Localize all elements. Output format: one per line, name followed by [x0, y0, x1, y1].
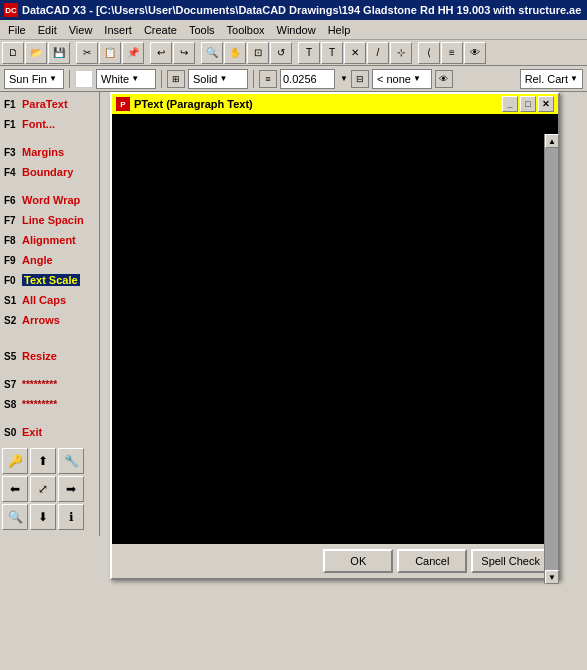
sidebar-item-textscale[interactable]: F0 Text Scale	[0, 270, 99, 290]
sidebar-divider-6	[0, 414, 99, 422]
mode-dropdown[interactable]: Rel. Cart ▼	[520, 69, 583, 89]
ptext-dialog: P PText (Paragraph Text) _ □ ✕ ▲ ▼ OK	[110, 92, 560, 580]
color-swatch	[75, 70, 93, 88]
spell-check-button[interactable]: Spell Check	[471, 549, 550, 573]
sb-icon-expand[interactable]: ⤢	[30, 476, 56, 502]
sb-icon-up[interactable]: ⬆	[30, 448, 56, 474]
scroll-track[interactable]	[545, 148, 558, 570]
sb-icon-tool[interactable]: 🔧	[58, 448, 84, 474]
scroll-up-button[interactable]: ▲	[545, 134, 559, 148]
sidebar-label-s8: *********	[22, 399, 57, 410]
dialog-controls: _ □ ✕	[502, 96, 554, 112]
menu-bar: File Edit View Insert Create Tools Toolb…	[0, 20, 587, 40]
dialog-minimize[interactable]: _	[502, 96, 518, 112]
tb-refresh[interactable]: ↺	[270, 42, 292, 64]
tb-snap[interactable]: ✕	[344, 42, 366, 64]
sidebar-item-exit[interactable]: S0 Exit	[0, 422, 99, 442]
sidebar-item-font[interactable]: F1 Font...	[0, 114, 99, 134]
menu-window[interactable]: Window	[271, 22, 322, 38]
color-dropdown[interactable]: White ▼	[96, 69, 156, 89]
tb-copy[interactable]: 📋	[99, 42, 121, 64]
tb-cut[interactable]: ✂	[76, 42, 98, 64]
sidebar-label-boundary: Boundary	[22, 166, 73, 178]
sb-icon-left[interactable]: ⬅	[2, 476, 28, 502]
symbol-label: < none	[377, 73, 411, 85]
sidebar-key-f6: F6	[4, 195, 22, 206]
ok-button[interactable]: OK	[323, 549, 393, 573]
linetype-arrow: ▼	[219, 74, 227, 83]
dialog-footer: OK Cancel Spell Check	[112, 544, 558, 578]
sb-icon-down[interactable]: ⬇	[30, 504, 56, 530]
symbol-dropdown[interactable]: < none ▼	[372, 69, 432, 89]
sidebar-item-alignment[interactable]: F8 Alignment	[0, 230, 99, 250]
tb-layers[interactable]: ≡	[441, 42, 463, 64]
sidebar-key-s8: S8	[4, 399, 22, 410]
tb-paste[interactable]: 📌	[122, 42, 144, 64]
lineweight-arrow[interactable]: ▼	[340, 74, 348, 83]
menu-tools[interactable]: Tools	[183, 22, 221, 38]
tb-undo[interactable]: ↩	[150, 42, 172, 64]
sidebar-key-f8: F8	[4, 235, 22, 246]
sidebar-item-allcaps[interactable]: S1 All Caps	[0, 290, 99, 310]
sidebar-item-resize[interactable]: S5 Resize	[0, 346, 99, 366]
menu-view[interactable]: View	[63, 22, 99, 38]
sidebar-divider-5	[0, 366, 99, 374]
tb-redo[interactable]: ↪	[173, 42, 195, 64]
lineweight-input[interactable]	[280, 69, 335, 89]
sidebar-item-angle[interactable]: F9 Angle	[0, 250, 99, 270]
sidebar-item-s8[interactable]: S8 *********	[0, 394, 99, 414]
tb-t2[interactable]: T	[321, 42, 343, 64]
tb-open[interactable]: 📂	[25, 42, 47, 64]
preset-dropdown[interactable]: Sun Fin ▼	[4, 69, 64, 89]
dialog-scrollbar: ▲ ▼	[544, 134, 558, 584]
tb-eye[interactable]: 👁	[464, 42, 486, 64]
scroll-down-button[interactable]: ▼	[545, 570, 559, 584]
menu-toolbox[interactable]: Toolbox	[221, 22, 271, 38]
sidebar-key-f1b: F1	[4, 119, 22, 130]
menu-help[interactable]: Help	[322, 22, 357, 38]
tb-t1[interactable]: T	[298, 42, 320, 64]
sidebar-key-s2: S2	[4, 315, 22, 326]
tb-zoom[interactable]: 🔍	[201, 42, 223, 64]
tb-grid[interactable]: /	[367, 42, 389, 64]
tb-new[interactable]: 🗋	[2, 42, 24, 64]
mode-arrow: ▼	[570, 74, 578, 83]
sidebar-item-boundary[interactable]: F4 Boundary	[0, 162, 99, 182]
sidebar-key-s1: S1	[4, 295, 22, 306]
linetype-value: Solid	[193, 73, 217, 85]
sb-icon-search[interactable]: 🔍	[2, 504, 28, 530]
tb-extents[interactable]: ⊡	[247, 42, 269, 64]
sidebar-divider-4	[0, 338, 99, 346]
sb-icon-key[interactable]: 🔑	[2, 448, 28, 474]
sidebar: F1 ParaText F1 Font... F3 Margins F4 Bou…	[0, 92, 100, 444]
tb-ortho[interactable]: ⊹	[390, 42, 412, 64]
sidebar-item-margins[interactable]: F3 Margins	[0, 142, 99, 162]
tb-pan[interactable]: ✋	[224, 42, 246, 64]
sidebar-item-linespacing[interactable]: F7 Line Spacin	[0, 210, 99, 230]
linetype-dropdown[interactable]: Solid ▼	[188, 69, 248, 89]
menu-edit[interactable]: Edit	[32, 22, 63, 38]
sidebar-key-f7: F7	[4, 215, 22, 226]
main-area: F1 ParaText F1 Font... F3 Margins F4 Bou…	[0, 92, 587, 670]
sidebar-item-arrows[interactable]: S2 Arrows	[0, 310, 99, 330]
sb-icon-info[interactable]: ℹ	[58, 504, 84, 530]
color-value: White	[101, 73, 129, 85]
sidebar-item-wordwrap[interactable]: F6 Word Wrap	[0, 190, 99, 210]
dialog-close[interactable]: ✕	[538, 96, 554, 112]
dialog-maximize[interactable]: □	[520, 96, 536, 112]
app-icon: DC	[4, 3, 18, 17]
sidebar-item-paratext[interactable]: F1 ParaText	[0, 94, 99, 114]
menu-file[interactable]: File	[2, 22, 32, 38]
menu-create[interactable]: Create	[138, 22, 183, 38]
cancel-button[interactable]: Cancel	[397, 549, 467, 573]
sidebar-divider-2	[0, 182, 99, 190]
title-bar: DC DataCAD X3 - [C:\Users\User\Documents…	[0, 0, 587, 20]
tb-prop[interactable]: ⟨	[418, 42, 440, 64]
menu-insert[interactable]: Insert	[98, 22, 138, 38]
dialog-titlebar: P PText (Paragraph Text) _ □ ✕	[112, 94, 558, 114]
sb-icon-right[interactable]: ➡	[58, 476, 84, 502]
tb-save[interactable]: 💾	[48, 42, 70, 64]
sidebar-label-resize: Resize	[22, 350, 57, 362]
sidebar-icon-row-3: 🔍 ⬇ ℹ	[2, 504, 97, 530]
sidebar-item-s7[interactable]: S7 *********	[0, 374, 99, 394]
